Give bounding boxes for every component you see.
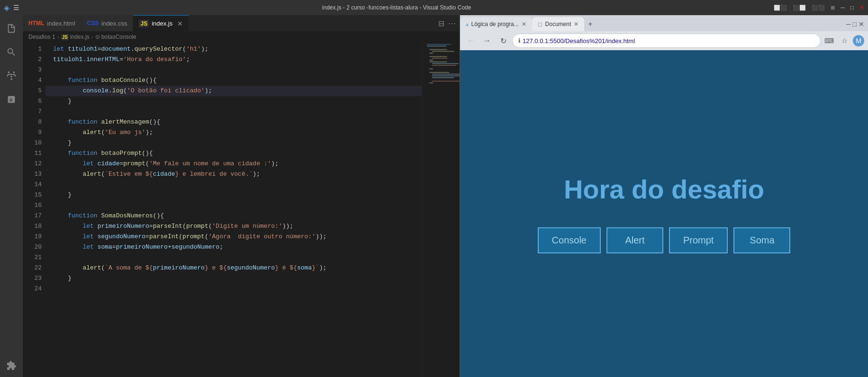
- svg-rect-14: [432, 75, 460, 76]
- browser-tab-logica-label: Lógica de progra...: [471, 21, 519, 27]
- code-line-4: function botaoConsole(){: [45, 75, 422, 86]
- more-actions-icon[interactable]: ⋯: [448, 19, 456, 28]
- js-icon: JS: [139, 20, 149, 27]
- tab-actions: ⊟ ⋯: [434, 15, 460, 31]
- layout-toggle-3[interactable]: ⬛⬛: [812, 5, 825, 11]
- tab-js-close[interactable]: ✕: [177, 20, 183, 27]
- document-favicon: ◻: [538, 21, 542, 27]
- tab-js-label: index.js: [152, 20, 172, 27]
- minimize-button[interactable]: ─: [841, 4, 845, 11]
- browser-minimize[interactable]: ─: [846, 20, 851, 28]
- editor-area: HTML index.html CSS index.css JS index.j…: [23, 15, 460, 377]
- svg-rect-10: [432, 65, 456, 66]
- code-line-8: function alertMensagem(){: [45, 117, 422, 127]
- code-line-6: }: [45, 96, 422, 107]
- maximize-button[interactable]: □: [850, 4, 854, 11]
- browser-tab-logica-close[interactable]: ✕: [522, 21, 526, 27]
- line-numbers: 1234 5678 9101112 13141516 17181920 2122…: [23, 42, 45, 377]
- alert-button[interactable]: Alert: [606, 227, 663, 253]
- svg-rect-8: [429, 62, 447, 63]
- svg-rect-15: [432, 77, 454, 78]
- console-button[interactable]: Console: [538, 227, 601, 253]
- svg-rect-17: [429, 82, 433, 83]
- breadcrumb-part-1[interactable]: JS index.js: [61, 34, 90, 40]
- browser-chrome: a Lógica de progra... ✕ ◻ Document ✕ + ─…: [460, 15, 868, 50]
- svg-rect-7: [429, 60, 433, 61]
- window-title: index.js - 2 curso -funcoes-listas-alura…: [19, 4, 774, 11]
- forward-button[interactable]: →: [480, 34, 494, 48]
- activity-git[interactable]: [0, 64, 23, 87]
- lock-icon: ℹ: [518, 37, 521, 44]
- code-line-22: alert(`A soma de ${primeiroNumero} e ${s…: [45, 263, 422, 273]
- code-line-19: let segundoNumero=parseInt(prompt('Agora…: [45, 232, 422, 242]
- code-line-5: console.log('O botão foi clicado');: [45, 86, 422, 96]
- browser-toolbar: ← → ↻ ℹ 127.0.0.1:5500/Desafios%201/inde…: [460, 31, 868, 50]
- profile-button[interactable]: M: [853, 35, 864, 46]
- tab-css[interactable]: CSS index.css: [81, 15, 134, 31]
- layout-toggle-2[interactable]: ⬛⬜: [793, 5, 806, 11]
- svg-rect-13: [432, 74, 460, 75]
- layout-toggle-4[interactable]: ⊞: [831, 5, 835, 11]
- logica-favicon: a: [466, 21, 469, 27]
- svg-rect-1: [427, 45, 447, 46]
- code-line-2: tituloh1.innerHTML='Hora do desafio';: [45, 54, 422, 65]
- bookmark-button[interactable]: ☆: [838, 34, 851, 47]
- split-editor-icon[interactable]: ⊟: [438, 19, 444, 28]
- title-bar: ◈ ☰ index.js - 2 curso -funcoes-listas-a…: [0, 0, 868, 15]
- activity-extensions[interactable]: [0, 354, 23, 377]
- code-line-13: alert(`Estive em ${cidade} e lembrei de …: [45, 169, 422, 180]
- tab-css-label: index.css: [101, 20, 127, 27]
- browser-tab-logica[interactable]: a Lógica de progra... ✕: [460, 17, 532, 31]
- soma-button[interactable]: Soma: [733, 227, 790, 253]
- svg-rect-3: [432, 51, 454, 52]
- svg-rect-0: [427, 44, 451, 45]
- browser-content: Hora do desafio Console Alert Prompt Som…: [460, 50, 868, 377]
- browser-tab-bar: a Lógica de progra... ✕ ◻ Document ✕ + ─…: [460, 15, 868, 31]
- code-editor[interactable]: let tituloh1=document.querySelector('h1'…: [45, 42, 422, 377]
- css-icon: CSS: [87, 20, 99, 27]
- activity-search[interactable]: [0, 41, 23, 63]
- browser-toolbar-actions: ⌨ ☆ M: [823, 34, 864, 47]
- breadcrumb-part-0[interactable]: Desafios 1: [28, 34, 55, 40]
- tab-html-label: index.html: [47, 20, 75, 27]
- svg-rect-5: [429, 56, 447, 57]
- svg-rect-2: [429, 49, 447, 50]
- code-line-10: }: [45, 138, 422, 148]
- layout-toggle-1[interactable]: ⬜⬛: [774, 5, 787, 11]
- code-line-16: [45, 200, 422, 211]
- tab-js[interactable]: JS index.js ✕: [133, 15, 189, 31]
- activity-debug[interactable]: [0, 88, 23, 111]
- svg-rect-12: [429, 72, 449, 73]
- browser-tab-document[interactable]: ◻ Document ✕: [532, 17, 585, 31]
- hamburger-menu[interactable]: ☰: [13, 4, 19, 11]
- page-button-row: Console Alert Prompt Soma: [538, 227, 791, 253]
- browser-close[interactable]: ✕: [859, 20, 864, 28]
- code-line-24: [45, 284, 422, 294]
- minimap: [422, 42, 460, 377]
- prompt-button[interactable]: Prompt: [669, 227, 728, 253]
- code-line-23: }: [45, 273, 422, 284]
- code-line-7: [45, 107, 422, 117]
- tab-bar: HTML index.html CSS index.css JS index.j…: [23, 15, 460, 32]
- browser-window-buttons: ─ □ ✕: [842, 17, 868, 31]
- code-line-21: [45, 252, 422, 263]
- browser-restore[interactable]: □: [853, 20, 857, 28]
- browser-tab-document-close[interactable]: ✕: [574, 21, 579, 27]
- reload-button[interactable]: ↻: [496, 34, 510, 48]
- svg-rect-6: [432, 58, 447, 59]
- page-title: Hora do desafio: [564, 174, 764, 205]
- tab-html[interactable]: HTML index.html: [23, 15, 81, 31]
- code-line-14: [45, 180, 422, 190]
- breadcrumb-part-2[interactable]: ⊙ botaoConsole: [95, 34, 136, 40]
- code-area[interactable]: 1234 5678 9101112 13141516 17181920 2122…: [23, 42, 460, 377]
- translate-button[interactable]: ⌨: [823, 34, 836, 47]
- close-button[interactable]: ✕: [859, 4, 864, 11]
- browser-tab-document-label: Document: [545, 21, 571, 27]
- code-line-18: let primeiroNumero=parseInt(prompt('Digi…: [45, 221, 422, 232]
- address-bar[interactable]: ℹ 127.0.0.1:5500/Desafios%201/index.html: [512, 34, 821, 48]
- new-tab-button[interactable]: +: [584, 17, 596, 31]
- activity-files[interactable]: [0, 17, 23, 40]
- back-button[interactable]: ←: [464, 34, 478, 48]
- svg-rect-4: [429, 53, 433, 54]
- code-line-1: let tituloh1=document.querySelector('h1'…: [45, 44, 422, 54]
